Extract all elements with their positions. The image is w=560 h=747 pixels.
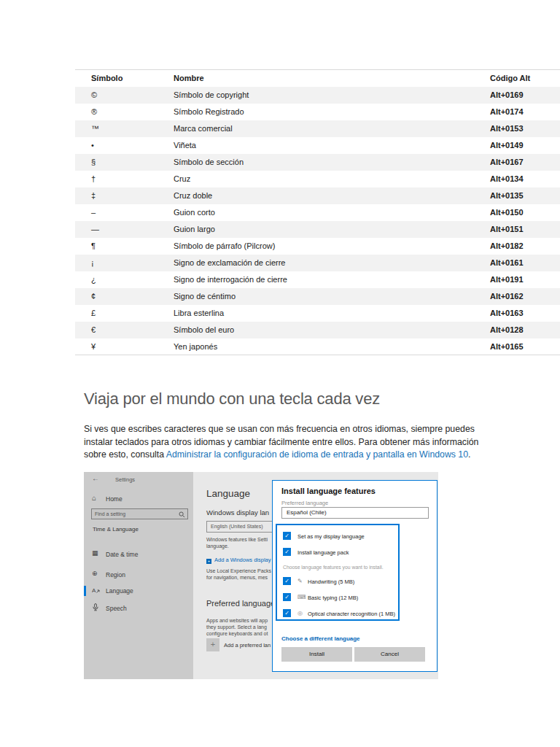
install-language-features-dialog: Install language features Preferred lang… [272,480,438,672]
region-globe-icon: ⊕ [92,570,98,578]
table-row: ©Símbolo de copyrightAlt+0169 [75,87,560,104]
altcode-cell: Alt+0174 [490,104,560,120]
add-preferred-language-label: Add a preferred lan [224,642,271,649]
checkbox-checked-icon[interactable]: ✓ [283,593,291,601]
add-preferred-language-button[interactable]: + [206,638,219,651]
altcode-cell: Alt+0153 [490,120,560,137]
symbol-cell: § [75,154,174,171]
name-cell: Viñeta [174,137,490,154]
symbol-cell: — [75,221,174,238]
altcode-cell: Alt+0182 [490,238,560,255]
checkbox-row-basic-typing[interactable]: ✓ ⌨ Basic typing (12 MB) [277,593,394,602]
back-arrow-icon[interactable]: ← [92,474,99,482]
checkbox-row-language-pack[interactable]: ✓ Install language pack [277,548,394,557]
table-row: ®Símbolo RegistradoAlt+0174 [75,104,560,120]
checkbox-checked-icon[interactable]: ✓ [283,609,291,617]
preferred-language-label: Preferred language [281,500,328,506]
table-row: ‡Cruz dobleAlt+0135 [75,187,560,204]
preferred-language-input[interactable]: Español (Chile) [281,507,429,519]
feature-label: Handwriting (5 MB) [308,578,354,585]
symbol-cell: € [75,322,174,338]
altcode-cell: Alt+0151 [490,221,560,238]
keyboard-icon: ⌨ [298,594,306,601]
search-placeholder: Find a setting [95,511,125,516]
region-label: Region [106,571,125,578]
checkbox-checked-icon[interactable]: ✓ [283,548,291,556]
name-cell: Cruz doble [174,187,490,204]
table-row: –Guion cortoAlt+0150 [75,204,560,221]
settings-screenshot: ← Settings ⌂ Home Find a setting Time & … [84,472,438,679]
table-row: †CruzAlt+0134 [75,171,560,187]
search-icon [179,511,185,518]
add-display-language-text: Add a Windows display [214,557,271,563]
settings-title: Settings [115,476,135,483]
symbol-cell: – [75,204,174,221]
settings-sidebar: ← Settings ⌂ Home Find a setting Time & … [84,472,193,679]
altcode-cell: Alt+0167 [490,154,560,171]
microphone-icon [92,603,99,614]
symbol-cell: † [75,171,174,187]
table-row: ¥Yen japonésAlt+0165 [75,338,560,355]
page-title: Language [206,488,250,499]
altcode-cell: Alt+0169 [490,87,560,104]
checkbox-checked-icon[interactable]: ✓ [283,532,291,540]
symbol-cell: • [75,137,174,154]
name-cell: Símbolo de párrafo (Pilcrow) [174,238,490,255]
sidebar-item-speech[interactable]: Speech [84,601,193,616]
header-simbolo: Símbolo [75,70,174,87]
table-row: ¡Signo de exclamación de cierreAlt+0161 [75,255,560,271]
speech-label: Speech [106,605,127,612]
checkbox-label: Set as my display language [298,533,365,540]
add-display-language-link[interactable]: +Add a Windows display [206,557,271,564]
sidebar-item-language[interactable]: A Language [84,584,193,598]
calendar-icon: ▦ [92,549,98,557]
altcode-cell: Alt+0149 [490,137,560,154]
table-row: £Libra esterlinaAlt+0163 [75,305,560,322]
checkbox-row-handwriting[interactable]: ✓ ✎ Handwriting (5 MB) [277,577,394,586]
choose-different-language-link[interactable]: Choose a different language [281,635,360,642]
language-label: Language [106,587,133,595]
checkbox-row-display-language[interactable]: ✓ Set as my display language [277,532,394,541]
altcode-cell: Alt+0163 [490,305,560,322]
display-language-heading: Windows display lan [206,508,269,516]
table-row: —Guion largoAlt+0151 [75,221,560,238]
add-display-language-icon: + [206,559,211,564]
dialog-title: Install language features [281,487,376,495]
ocr-icon: ◎ [298,610,303,617]
table-row: ™Marca comercialAlt+0153 [75,120,560,137]
symbol-cell: ¿ [75,271,174,288]
cancel-button[interactable]: Cancel [354,647,425,662]
section-heading: Viaja por el mundo con una tecla cada ve… [84,390,380,409]
name-cell: Símbolo del euro [174,322,490,338]
paragraph-period: . [468,449,470,460]
name-cell: Guion corto [174,204,490,221]
checkbox-checked-icon[interactable]: ✓ [283,577,291,585]
document-page: Símbolo Nombre Código Alt ©Símbolo de co… [0,0,560,747]
name-cell: Signo de interrogación de cierre [174,271,490,288]
selected-indicator [84,586,86,596]
altcode-cell: Alt+0191 [490,271,560,288]
header-nombre: Nombre [174,70,490,87]
altcode-cell: Alt+0134 [490,171,560,187]
manage-language-settings-link[interactable]: Administrar la configuración de idioma d… [166,449,468,460]
name-cell: Símbolo Registrado [174,104,490,120]
name-cell: Signo de exclamación de cierre [174,255,490,271]
symbol-cell: ¢ [75,288,174,305]
display-language-description-line2: language. [206,543,229,549]
features-instruction-label: Choose language features you want to ins… [283,565,384,570]
feature-label: Basic typing (12 MB) [308,595,358,601]
install-button[interactable]: Install [281,647,352,662]
name-cell: Guion largo [174,221,490,238]
sidebar-item-region[interactable]: ⊕ Region [84,568,193,582]
sidebar-item-date-time[interactable]: ▦ Date & time [84,547,193,562]
checkbox-row-ocr[interactable]: ✓ ◎ Optical character recognition (1 MB) [277,609,394,618]
symbol-cell: ® [75,104,174,120]
sidebar-item-home[interactable]: ⌂ Home [84,492,193,506]
svg-text:A: A [92,587,96,594]
search-input[interactable]: Find a setting [91,508,188,519]
options-focus-box: ✓ Set as my display language ✓ Install l… [276,524,400,621]
symbol-cell: ‡ [75,187,174,204]
name-cell: Signo de céntimo [174,288,490,305]
home-label: Home [106,495,122,503]
symbol-cell: © [75,87,174,104]
